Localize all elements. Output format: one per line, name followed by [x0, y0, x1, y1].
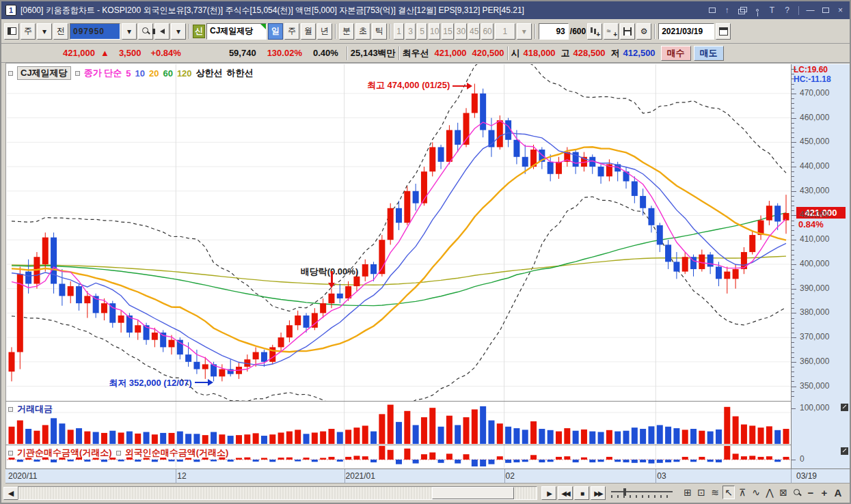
cycle-type-dropdown[interactable]: ▾ [37, 23, 52, 40]
minute-button-1[interactable]: 1 [394, 23, 404, 40]
minute-button-3[interactable]: 3 [405, 23, 416, 40]
tab-second[interactable]: 초 [355, 23, 370, 40]
legend-toggle[interactable] [8, 407, 13, 412]
axis-tick [792, 225, 794, 226]
minute-combo-dropdown[interactable]: ▾ [517, 23, 532, 40]
net-buy-panel[interactable]: 기관순매수금액(거래소) 외국인순매수금액(거래소) [7, 445, 791, 468]
minute-button-30[interactable]: 30 [455, 23, 467, 40]
main-chart-canvas[interactable] [7, 64, 791, 401]
ma10-legend: 10 [135, 68, 144, 79]
trade-value: 25,143백만 [351, 47, 396, 59]
wave-tool-icon[interactable]: ∿ [750, 486, 762, 499]
cascade-icon[interactable]: ⊡ [695, 486, 707, 499]
play-button[interactable]: ▶ [541, 486, 556, 500]
volume-panel[interactable]: 거래대금 [7, 402, 791, 445]
minute-button-10[interactable]: 10 [429, 23, 440, 40]
sound-icon[interactable] [154, 23, 170, 40]
sell-button[interactable]: 매도 [694, 46, 724, 61]
bar-count-input[interactable]: 93 [539, 23, 569, 40]
pin-icon[interactable] [752, 5, 762, 15]
sound-dropdown[interactable]: ▾ [171, 23, 186, 40]
tab-tick[interactable]: 틱 [372, 23, 387, 40]
lc-value: LC:19.60 [794, 65, 828, 74]
step-back-button[interactable]: ◀◀ [558, 486, 573, 500]
chart-settings-icon[interactable]: ⊠ [777, 486, 789, 499]
tab-daily[interactable]: 일 [268, 23, 283, 40]
add-overlay-icon[interactable]: ≈ [604, 23, 619, 40]
restore-button[interactable] [820, 5, 830, 15]
settings-gear-icon[interactable]: ⚙ [636, 23, 651, 40]
volume-chart-canvas[interactable] [7, 402, 791, 445]
axis-tick [792, 181, 794, 182]
chart-scrollbar-thumb[interactable] [432, 487, 514, 499]
prev-stock-button[interactable]: 전 [53, 23, 68, 40]
arrow-right-icon [452, 85, 468, 87]
axis-tick [792, 98, 794, 99]
main-chart-panel[interactable]: CJ제일제당 종가 단순 5 10 20 60 120 상한선 하한선 최고 4… [7, 64, 791, 401]
minute-button-60[interactable]: 60 [481, 23, 493, 40]
close-button[interactable]: × [835, 5, 846, 15]
buy-button[interactable]: 매수 [661, 46, 691, 61]
legend-toggle[interactable] [8, 451, 13, 456]
axis-tick [792, 201, 794, 201]
peak-tool-icon[interactable]: ⊼ [736, 486, 748, 499]
text-tool-icon[interactable]: T [767, 5, 777, 15]
save-icon[interactable] [620, 23, 635, 40]
stock-code-input[interactable]: 097950 [70, 23, 120, 40]
axis-tick [792, 333, 794, 333]
chart-window: 1 [0600] 키움종합차트 - KOSPI200 외국인보유[3,737(천… [0, 0, 851, 504]
tab-minute[interactable]: 분 [339, 23, 354, 40]
legend-toggle[interactable] [75, 71, 80, 76]
speed-slider[interactable] [611, 488, 673, 498]
ma60-legend: 60 [163, 68, 172, 79]
minute-combo[interactable]: 1 [495, 23, 515, 40]
help-icon[interactable]: ? [782, 5, 792, 15]
band-overlay-icon[interactable]: ≋ [709, 486, 721, 499]
duplicate-window-icon[interactable] [737, 5, 747, 15]
minimize-button[interactable]: — [805, 5, 815, 15]
move-to-top-icon[interactable]: ↑ [722, 5, 732, 15]
axis-tick [792, 108, 794, 109]
search-icon[interactable] [138, 23, 153, 40]
tab-weekly[interactable]: 주 [284, 23, 299, 40]
axis-tick [792, 264, 796, 265]
date-input[interactable]: 2021/03/19 [658, 23, 714, 40]
price-axis[interactable]: LC:19.60 HC:-11.18 421,000 0.84% 100,000… [791, 64, 851, 468]
add-indicator-icon[interactable] [587, 23, 602, 40]
tab-monthly[interactable]: 월 [301, 23, 316, 40]
popout-icon[interactable] [707, 5, 717, 15]
minute-button-5[interactable]: 5 [417, 23, 427, 40]
stock-name-field[interactable]: CJ제일제당 [206, 23, 267, 40]
price-axis-label: 430,000 [800, 186, 829, 195]
date-separator [656, 469, 656, 484]
axis-tick [792, 235, 794, 236]
add-pane-icon[interactable]: ⊞ [681, 486, 694, 499]
price-change: 3,500 [119, 48, 141, 58]
step-forward-button[interactable]: ▶▶ [591, 486, 606, 500]
font-size-button[interactable]: A [832, 486, 844, 499]
toolbar-separator [654, 24, 656, 39]
code-dropdown[interactable]: ▾ [122, 23, 137, 40]
maximize-panel-icon[interactable] [841, 404, 848, 411]
tab-yearly[interactable]: 년 [317, 23, 332, 40]
dock-panel-button[interactable] [4, 23, 19, 40]
scroll-left-button[interactable]: ◀ [3, 487, 18, 500]
zoom-out-button[interactable]: − [805, 486, 817, 499]
stop-button[interactable]: ■ [574, 486, 589, 500]
legend-toggle[interactable] [116, 451, 121, 456]
legend-toggle[interactable] [8, 71, 13, 76]
date-axis[interactable]: 03/19 2020/11122021/010203 [5, 468, 851, 483]
arrow-down-icon [331, 271, 333, 283]
cycle-type-button[interactable]: 주 [21, 23, 36, 40]
bar-count-max: /600 [570, 27, 586, 36]
zoom-icon[interactable] [791, 486, 803, 499]
crosshair-tool-icon[interactable]: ↖ [722, 486, 735, 499]
maximize-panel-icon[interactable] [841, 447, 848, 455]
draw-tool-icon[interactable]: ⋀ [764, 486, 776, 499]
price-axis-label: 440,000 [800, 161, 829, 171]
axis-tick [792, 342, 794, 343]
minute-button-15[interactable]: 15 [442, 23, 453, 40]
minute-button-45[interactable]: 45 [468, 23, 480, 40]
zoom-in-button[interactable]: + [818, 486, 830, 499]
calendar-icon[interactable] [716, 23, 731, 40]
